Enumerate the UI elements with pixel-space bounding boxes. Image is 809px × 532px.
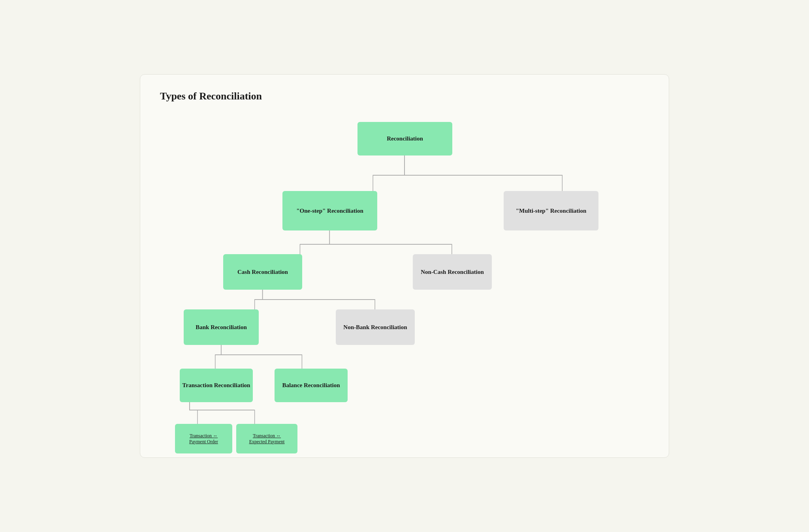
main-card: Types of Reconciliation (140, 74, 669, 458)
page-title: Types of Reconciliation (160, 90, 649, 102)
node-txn-expected-payment: Transaction ↔Expected Payment (236, 424, 297, 453)
node-multi-step: "Multi-step" Reconciliation (504, 191, 598, 230)
node-txn-payment-order: Transaction ↔Payment Order (175, 424, 232, 453)
node-balance-recon: Balance Reconciliation (275, 369, 348, 402)
diagram: Reconciliation "One-step" Reconciliation… (160, 114, 649, 438)
node-non-bank: Non-Bank Reconciliation (336, 309, 415, 345)
node-reconciliation: Reconciliation (357, 122, 452, 155)
node-bank: Bank Reconciliation (184, 309, 259, 345)
node-cash: Cash Reconciliation (223, 254, 302, 290)
node-one-step: "One-step" Reconciliation (282, 191, 377, 230)
node-non-cash: Non-Cash Reconciliation (413, 254, 492, 290)
node-transaction-recon: Transaction Reconciliation (180, 369, 253, 402)
